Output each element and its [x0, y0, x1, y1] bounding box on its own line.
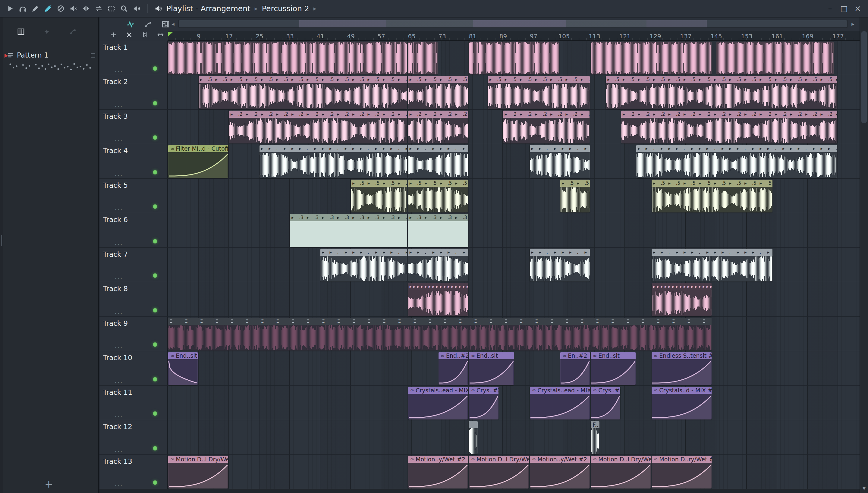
- timeline-ruler[interactable]: 9172533414957657381899710511312112913714…: [168, 31, 860, 41]
- playlist-grid[interactable]: ▸.5▸.5▸.5▸.5▸.5▸.5▸.5▸.5▸.5▸.5▸.5▸.5▸.5▸…: [168, 41, 860, 489]
- track-header-4[interactable]: Track 4...: [100, 144, 168, 179]
- playhead-marker[interactable]: [168, 32, 173, 37]
- pattern-detach-box[interactable]: [91, 53, 95, 58]
- track-header-9[interactable]: Track 9...: [100, 317, 168, 351]
- automation-clip[interactable]: ∞Endless S..tensit #4: [652, 352, 712, 385]
- automation-clip[interactable]: ∞Motion D..l Dry/Wet: [591, 456, 651, 489]
- audio-clip[interactable]: ▸▸.▸▸▸.▸▸▸.▸▸▸.▸▸▸.▸▸▸.▸▸▸.: [636, 145, 837, 178]
- audio-clip[interactable]: ▸.2▸.2▸.2▸.2▸.2▸.2▸.2▸.2▸.2▸.2▸.2▸.2▸.2▸…: [621, 111, 837, 144]
- breadcrumb-arrangement[interactable]: Playlist - Arrangement: [166, 4, 251, 13]
- track-enable-led[interactable]: [153, 204, 157, 209]
- automation-clip[interactable]: ∞Filter MI..d - Cutoff: [168, 145, 228, 178]
- track-options-dots[interactable]: ...: [114, 377, 123, 384]
- audio-clip[interactable]: F..: [591, 421, 600, 454]
- vertical-scrollbar[interactable]: ▾: [860, 18, 868, 493]
- speaker-icon[interactable]: [130, 2, 143, 15]
- close-button[interactable]: ×: [852, 3, 863, 14]
- track-header-11[interactable]: Track 11...: [100, 386, 168, 421]
- audio-clip[interactable]: ▸.5▸.5▸.5▸.5▸.5▸.5▸.5: [488, 76, 590, 109]
- pattern-clip[interactable]: [716, 42, 834, 74]
- pencil-icon[interactable]: [29, 2, 42, 15]
- automation-clip[interactable]: ∞Crys..#2: [469, 387, 499, 420]
- pattern-clip[interactable]: [408, 42, 438, 74]
- track-options-dots[interactable]: ...: [114, 273, 123, 281]
- automation-clip[interactable]: ∞Motion D..ry/Wet #3: [652, 456, 712, 489]
- audio-clip[interactable]: ▸.3▸.3▸.3▸.3▸.3▸.3▸.3▸.3: [290, 214, 407, 247]
- sampler-picker-icon[interactable]: [40, 25, 53, 38]
- pattern-picker-icon[interactable]: [15, 25, 27, 38]
- track-enable-led[interactable]: [153, 66, 157, 71]
- track-header-5[interactable]: Track 5...: [100, 179, 168, 213]
- track-options-dots[interactable]: ...: [114, 66, 123, 73]
- track-options-dots[interactable]: ...: [114, 101, 123, 108]
- cut-clip-icon[interactable]: [123, 29, 135, 41]
- audio-clip[interactable]: ▸.2▸.2▸.2▸.2▸.2▸.2▸.2▸.2▸.2▸.2▸.2▸.2: [229, 111, 407, 144]
- audio-clip[interactable]: ▸.5▸.5▸.5▸.5▸.5▸.5▸.5▸.5: [652, 179, 773, 212]
- slip-edit-icon[interactable]: [139, 29, 151, 41]
- track-enable-led[interactable]: [153, 480, 157, 485]
- audio-clip[interactable]: ▸▸▸▸▸▸▸▸▸▸▸▸▸▸▸▸: [408, 283, 468, 316]
- track-options-dots[interactable]: ...: [114, 239, 123, 246]
- paint-brush-icon[interactable]: [42, 2, 54, 15]
- audio-clip[interactable]: ▸▸.▸▸▸.▸: [530, 249, 590, 281]
- scroll-right-button[interactable]: ▸: [849, 19, 857, 29]
- prev-next-icon[interactable]: [80, 2, 92, 15]
- automation-clip[interactable]: ∞Motion D..l Dry/Wet: [469, 456, 529, 489]
- audio-clip[interactable]: ▸.3▸.3▸.3▸.3: [408, 214, 468, 247]
- track-header-13[interactable]: Track 13...: [100, 455, 168, 489]
- scroll-down-button[interactable]: ▾: [860, 485, 868, 492]
- automation-clip[interactable]: ∞End..sit: [168, 352, 198, 385]
- track-header-12[interactable]: Track 12...: [100, 421, 168, 455]
- marquee-select-icon[interactable]: [105, 2, 117, 15]
- track-options-dots[interactable]: ...: [114, 170, 123, 177]
- track-enable-led[interactable]: [153, 411, 157, 416]
- track-enable-led[interactable]: [153, 273, 157, 278]
- track-header-1[interactable]: Track 1...: [100, 41, 168, 75]
- automation-clip[interactable]: ∞End..sit: [591, 352, 636, 385]
- automation-clip[interactable]: ∞Crystals..ead - MIX: [530, 387, 590, 420]
- automation-clip[interactable]: ∞Crys..#2: [591, 387, 620, 420]
- track-enable-led[interactable]: [153, 101, 157, 105]
- audio-clip[interactable]: ▸▸.▸▸▸.▸: [530, 145, 590, 178]
- automation-clip[interactable]: ∞End..#2: [438, 352, 468, 385]
- pattern-preview[interactable]: [8, 62, 95, 77]
- swap-icon[interactable]: [92, 2, 105, 15]
- breadcrumb-selection[interactable]: Percussion 2: [262, 4, 309, 13]
- scroll-left-button[interactable]: ◂: [169, 19, 177, 29]
- audio-clip[interactable]: ▸.5▸.5▸.5▸.5▸.5▸.5▸.5▸.5▸.5▸.5▸.5▸.5▸.5▸…: [199, 76, 407, 109]
- track-enable-led[interactable]: [153, 342, 157, 347]
- audio-clip[interactable]: ▸▸.▸▸▸.▸: [408, 145, 468, 178]
- pattern-clip[interactable]: ΞΞΞΞΞΞΞΞΞΞΞΞΞΞΞΞΞΞΞΞΞΞΞΞΞΞΞΞΞΞΞΞΞΞΞΞ: [168, 318, 712, 350]
- automation-clip[interactable]: ∞End..sit: [469, 352, 514, 385]
- scrollbar-handle[interactable]: [179, 20, 847, 27]
- track-header-2[interactable]: Track 2...: [100, 75, 168, 110]
- audio-clip[interactable]: ▸.5▸.5▸.5▸.5: [408, 76, 468, 109]
- pattern-clip[interactable]: [591, 42, 712, 74]
- track-header-10[interactable]: Track 10...: [100, 351, 168, 386]
- pattern-clip[interactable]: [469, 42, 559, 74]
- track-enable-led[interactable]: [153, 308, 157, 313]
- track-options-dots[interactable]: ...: [114, 446, 123, 453]
- automation-clip[interactable]: ∞Motion..y/Wet #2: [530, 456, 590, 489]
- mute-icon[interactable]: [67, 2, 80, 15]
- automation-clip[interactable]: ∞Crystals..ead - MIX: [408, 387, 468, 420]
- track-options-dots[interactable]: ...: [114, 308, 123, 315]
- automation-clip[interactable]: ∞Motion D..l Dry/Wet: [168, 456, 228, 489]
- audio-clip[interactable]: ▸▸.▸▸▸.▸▸▸.▸▸▸.▸▸▸.▸: [260, 145, 407, 178]
- audio-clip[interactable]: ▸▸.▸▸▸.▸: [408, 249, 468, 281]
- automation-picker-icon[interactable]: [66, 25, 79, 38]
- speaker-icon[interactable]: [152, 2, 165, 15]
- track-header-7[interactable]: Track 7...: [100, 248, 168, 282]
- audio-clip[interactable]: ▸.5▸.5▸.5▸.5▸.5▸.5▸.5▸.5▸.5▸.5▸.5▸.5▸.5▸…: [606, 76, 837, 109]
- audio-clip[interactable]: ▸.2▸.2▸.2▸.2: [408, 111, 468, 144]
- track-header-6[interactable]: Track 6...: [100, 213, 168, 248]
- track-options-dots[interactable]: ...: [114, 342, 123, 349]
- horizontal-scrollbar[interactable]: ◂ ▸: [169, 19, 857, 29]
- add-pattern-button[interactable]: +: [45, 478, 53, 490]
- zoom-icon[interactable]: [117, 2, 130, 15]
- panel-resize-grip[interactable]: [1, 235, 2, 246]
- track-options-dots[interactable]: ...: [114, 135, 123, 143]
- track-enable-led[interactable]: [153, 446, 157, 451]
- pattern-item[interactable]: Pattern 1: [3, 50, 98, 60]
- pattern-clip[interactable]: [168, 42, 407, 74]
